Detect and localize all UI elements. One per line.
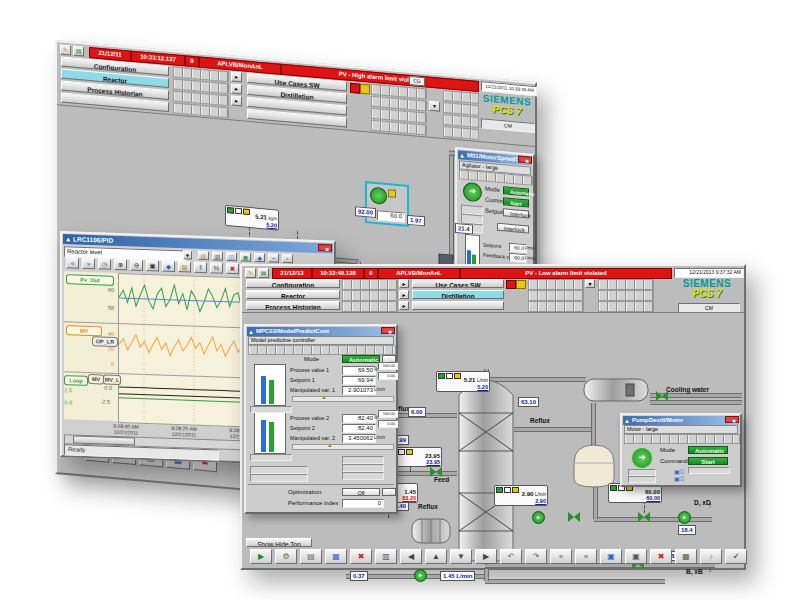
faceplate-toolbar[interactable] <box>624 434 740 444</box>
chevron-down-icon[interactable]: ▾ <box>183 250 192 259</box>
mpc-row-value[interactable]: 69.94 <box>342 376 376 385</box>
alarm-ack-yellow[interactable] <box>516 280 526 289</box>
trend-cross-button[interactable]: ✖ <box>350 549 372 564</box>
percent-scale-button[interactable]: % <box>210 262 223 273</box>
lock-icon[interactable]: ▣⚿ <box>674 475 684 483</box>
distillation-column[interactable] <box>457 373 515 571</box>
legend-chip-loop[interactable]: Loop <box>64 375 88 386</box>
calculator-button[interactable]: ▦ <box>675 549 697 564</box>
command-start-button[interactable]: Start <box>688 457 728 465</box>
mode-automatic-button[interactable]: Automatic <box>688 446 728 454</box>
run-button[interactable]: ▶ <box>250 549 272 564</box>
speaker-ack-icon[interactable]: ▸ <box>231 95 242 106</box>
speaker-ack-icon[interactable]: ▸ <box>399 301 409 310</box>
remove-curve-button[interactable]: ✖ <box>226 263 239 274</box>
horn-ack-button[interactable]: ♪ <box>700 549 722 564</box>
mode-automatic-button[interactable]: Automatic <box>342 355 380 363</box>
pump-icon[interactable]: ▸ <box>532 511 545 524</box>
alarm-ack-red[interactable] <box>350 83 360 94</box>
nav-down-button[interactable]: ▼ <box>450 549 472 564</box>
speaker-ack-icon[interactable]: ▸ <box>399 279 409 288</box>
alarm-banner[interactable]: PV - Low alarm limit violated <box>460 268 672 279</box>
alarm-ack-yellow[interactable] <box>360 84 370 95</box>
pump-icon[interactable]: ▸ <box>414 569 427 582</box>
speaker-ack-icon[interactable]: ▸ <box>399 290 409 299</box>
printer-icon[interactable]: ▤ <box>258 268 269 278</box>
mpc-row-value[interactable]: 3.450062 <box>342 434 376 443</box>
new-trend-button[interactable]: ▧ <box>212 251 223 260</box>
time-range-button[interactable]: ◷ <box>98 258 111 269</box>
prev-picture-button[interactable]: « <box>550 549 572 564</box>
zoom-out-button[interactable]: ⊖ <box>130 259 143 270</box>
nav-left-button[interactable]: ◀ <box>400 549 422 564</box>
undo-button[interactable]: ↶ <box>500 549 522 564</box>
redo-button[interactable]: ↷ <box>525 549 547 564</box>
signature-button[interactable]: ✔ <box>725 549 747 564</box>
area-button-process-historian[interactable]: Process Historian <box>246 301 340 310</box>
mpc-row-value[interactable]: 82.40 <box>342 414 376 423</box>
close-icon[interactable]: ✖ <box>318 244 332 251</box>
area-button-reactor[interactable]: Reactor <box>246 290 340 299</box>
area-button-distillation[interactable]: Distillation <box>412 290 504 299</box>
curve-color-button[interactable]: ▨ <box>198 251 209 260</box>
note-icon[interactable]: ✎ <box>60 44 71 55</box>
interlock-button-2[interactable]: Interlock <box>497 223 529 234</box>
close-icon[interactable]: ✖ <box>725 416 739 423</box>
instrument-block[interactable]: 2.90 L/min2.90 <box>494 485 548 506</box>
cancel-button[interactable]: ✖ <box>650 549 672 564</box>
instrument-block[interactable]: 5.21 kg/h5.20 <box>225 205 279 231</box>
legend-chip-mv2[interactable]: MV <box>88 374 104 385</box>
close-icon[interactable]: ✖ <box>381 327 395 334</box>
mv1-slider[interactable]: ▲ <box>292 396 394 402</box>
page-down-icon[interactable]: ▾ <box>585 279 595 288</box>
speaker-ack-icon[interactable]: ▸ <box>231 83 242 94</box>
reboiler-vessel[interactable] <box>410 515 452 547</box>
condenser-vessel[interactable] <box>582 377 650 403</box>
mpc-row-value[interactable]: 82.40 <box>342 424 376 433</box>
restore-button[interactable]: ▫ <box>282 254 293 263</box>
note-icon[interactable]: ✎ <box>245 268 256 278</box>
open-trend-button[interactable]: ◫ <box>226 252 237 261</box>
valve-icon[interactable] <box>568 512 580 522</box>
valve-icon[interactable] <box>430 467 442 477</box>
minimize-button[interactable]: − <box>268 253 279 262</box>
move-axis-button[interactable]: ◆ <box>162 261 175 272</box>
area-button-use-cases-sw[interactable]: Use Cases SW <box>412 279 504 288</box>
close-icon[interactable]: ✖ <box>518 156 532 164</box>
valve-icon[interactable] <box>656 391 668 401</box>
legend-chip-mv[interactable]: MV <box>66 325 102 336</box>
interlock-button[interactable]: Interlock <box>503 208 529 218</box>
pump-icon[interactable]: ▸ <box>678 511 691 524</box>
zoom-in-button[interactable]: ⊕ <box>114 259 127 270</box>
nav-right-button[interactable]: ▶ <box>475 549 497 564</box>
screens-button[interactable]: ▤ <box>300 549 322 564</box>
mpc-row-value[interactable]: 2.901073 <box>342 386 376 395</box>
mode-automatic-button[interactable]: Automatic <box>503 186 529 196</box>
stack-curves-button[interactable]: ▤ <box>178 261 191 272</box>
printer-icon[interactable]: ▤ <box>73 46 84 57</box>
optimization-off-button[interactable]: Off <box>342 488 380 496</box>
legend-chip-mvl[interactable]: MV_L <box>103 375 121 386</box>
mv2-slider[interactable]: ▲ <box>292 444 394 450</box>
window-close-button[interactable]: ▣ <box>625 549 647 564</box>
save-trend-button[interactable]: ▦ <box>240 252 251 261</box>
speaker-ack-icon[interactable]: ▸ <box>231 71 242 82</box>
show-hide-button[interactable]: Show Hide Top <box>246 538 312 547</box>
window-select-button[interactable]: ▣ <box>600 549 622 564</box>
area-button-empty[interactable] <box>412 301 504 310</box>
pause-button[interactable]: ‖ <box>194 262 207 273</box>
area-button-configuration[interactable]: Configuration <box>246 279 340 288</box>
alarm-ack-red[interactable] <box>506 280 516 289</box>
key-button[interactable]: ⚙ <box>275 549 297 564</box>
scroll-back-button[interactable]: « <box>66 257 79 268</box>
nav-up-button[interactable]: ▲ <box>425 549 447 564</box>
zoom-area-button[interactable]: ▣ <box>146 260 159 271</box>
valve-icon[interactable] <box>638 512 650 522</box>
faceplate-toolbar[interactable] <box>248 345 396 355</box>
scroll-forward-button[interactable]: » <box>82 258 95 269</box>
ruler-button[interactable]: ◆ <box>254 253 265 262</box>
mpc-row-value[interactable]: 69.50 <box>342 366 376 375</box>
report-button[interactable]: ▥ <box>375 549 397 564</box>
instrument-block[interactable]: 5.21 L/min5.20 <box>436 371 490 392</box>
agitator-motor-indicator[interactable]: 60.0 <box>365 181 409 227</box>
